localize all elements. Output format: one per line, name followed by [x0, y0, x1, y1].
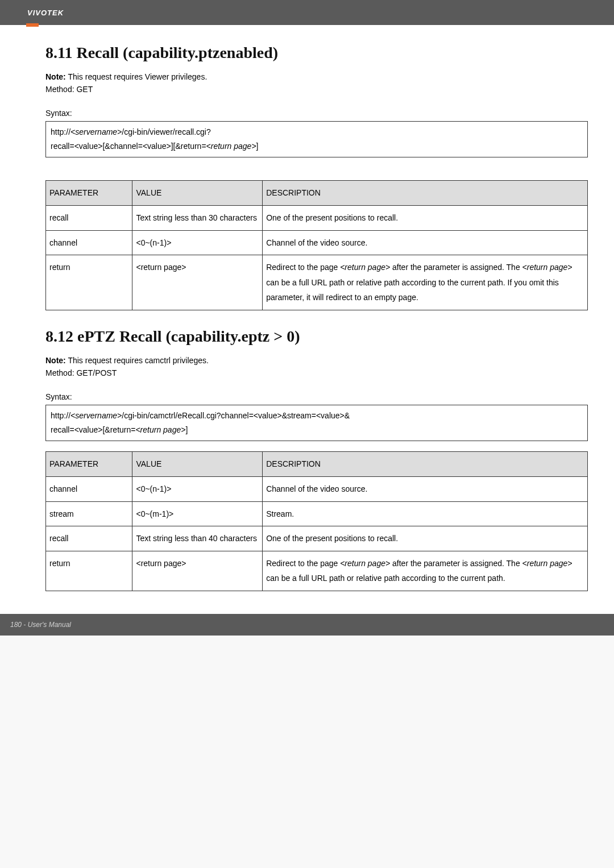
syntax-line2-pre: recall=<value>[&return=: [51, 425, 135, 434]
td-value: Text string less than 30 characters: [132, 205, 263, 230]
td-param: return: [46, 551, 132, 591]
table-row: return <return page> Redirect to the pag…: [46, 551, 588, 591]
table-row: recall Text string less than 40 characte…: [46, 526, 588, 551]
accent-line: [26, 23, 39, 27]
section-title: 8.11 Recall (capability.ptzenabled): [45, 44, 588, 62]
syntax-box: http://<servername>/cgi-bin/camctrl/eRec…: [45, 405, 588, 441]
syntax-line1-pre: http://: [51, 127, 70, 136]
desc-post1: after the parameter is assigned. The: [390, 263, 522, 272]
desc-pre1: Redirect to the page: [266, 263, 340, 272]
syntax-line2-post: ]: [256, 142, 259, 151]
td-value: <0~(n-1)>: [132, 476, 263, 501]
syntax-label: Syntax:: [45, 392, 588, 401]
syntax-box: http://<servername>/cgi-bin/viewer/recal…: [45, 121, 588, 157]
method-line: Method: GET: [45, 85, 588, 94]
desc-rp1: <return page>: [340, 559, 390, 568]
params-table-2: PARAMETER VALUE DESCRIPTION channel <0~(…: [45, 451, 588, 591]
desc-rp2: <return page>: [522, 559, 572, 568]
desc-post2: can be a full URL path or relative path …: [266, 574, 505, 583]
desc-post2: can be a full URL path or relative path …: [266, 278, 559, 302]
note-bold: Note:: [45, 72, 66, 81]
desc-pre1: Redirect to the page: [266, 559, 340, 568]
th-param: PARAMETER: [46, 181, 132, 206]
td-value: <return page>: [132, 255, 263, 310]
td-desc: One of the present positions to recall.: [263, 526, 588, 551]
note-text: This request requires Viewer privileges.: [66, 72, 208, 81]
brand-text: VIVOTEK: [27, 9, 64, 17]
td-value: <return page>: [132, 551, 263, 591]
table-row: channel <0~(n-1)> Channel of the video s…: [46, 230, 588, 255]
td-param: recall: [46, 205, 132, 230]
table-row: recall Text string less than 30 characte…: [46, 205, 588, 230]
table-row: return <return page> Redirect to the pag…: [46, 255, 588, 310]
syntax-label: Syntax:: [45, 109, 588, 118]
td-desc: Channel of the video source.: [263, 230, 588, 255]
note-line: Note: This request requires camctrl priv…: [45, 356, 588, 365]
td-value: <0~(m-1)>: [132, 501, 263, 526]
td-value: <0~(n-1)>: [132, 230, 263, 255]
syntax-line1-post: /cgi-bin/viewer/recall.cgi?: [122, 127, 210, 136]
page-content: 8.11 Recall (capability.ptzenabled) Note…: [0, 44, 614, 614]
syntax-line2-rp: <return page>: [206, 142, 256, 151]
table-header-row: PARAMETER VALUE DESCRIPTION: [46, 181, 588, 206]
td-param: stream: [46, 501, 132, 526]
syntax-line1-post: /cgi-bin/camctrl/eRecall.cgi?channel=<va…: [122, 411, 350, 420]
syntax-line1-srv: <servername>: [70, 127, 122, 136]
note-line: Note: This request requires Viewer privi…: [45, 72, 588, 81]
page-footer: 180 - User's Manual: [0, 614, 614, 636]
th-desc: DESCRIPTION: [263, 181, 588, 206]
td-desc: Redirect to the page <return page> after…: [263, 255, 588, 310]
syntax-line2-rp: <return page>: [135, 425, 185, 434]
td-param: channel: [46, 476, 132, 501]
method-line: Method: GET/POST: [45, 368, 588, 377]
note-text: This request requires camctrl privileges…: [66, 356, 209, 365]
syntax-line2-post: ]: [185, 425, 188, 434]
td-desc: One of the present positions to recall.: [263, 205, 588, 230]
th-value: VALUE: [132, 181, 263, 206]
table-row: stream <0~(m-1)> Stream.: [46, 501, 588, 526]
table-row: channel <0~(n-1)> Channel of the video s…: [46, 476, 588, 501]
td-desc: Stream.: [263, 501, 588, 526]
table-header-row: PARAMETER VALUE DESCRIPTION: [46, 452, 588, 477]
desc-rp1: <return page>: [340, 263, 390, 272]
params-table-1: PARAMETER VALUE DESCRIPTION recall Text …: [45, 180, 588, 310]
page-header: VIVOTEK: [0, 0, 614, 25]
th-value: VALUE: [132, 452, 263, 477]
td-param: recall: [46, 526, 132, 551]
td-param: channel: [46, 230, 132, 255]
syntax-line1-srv: <servername>: [70, 411, 122, 420]
td-desc: Channel of the video source.: [263, 476, 588, 501]
td-desc: Redirect to the page <return page> after…: [263, 551, 588, 591]
section-title: 8.12 ePTZ Recall (capability.eptz > 0): [45, 327, 588, 346]
syntax-line2-pre: recall=<value>[&channel=<value>][&return…: [51, 142, 206, 151]
th-param: PARAMETER: [46, 452, 132, 477]
th-desc: DESCRIPTION: [263, 452, 588, 477]
td-param: return: [46, 255, 132, 310]
syntax-line1-pre: http://: [51, 411, 70, 420]
td-value: Text string less than 40 characters: [132, 526, 263, 551]
note-bold: Note:: [45, 356, 66, 365]
footer-text: 180 - User's Manual: [10, 621, 71, 629]
desc-post1: after the parameter is assigned. The: [390, 559, 522, 568]
desc-rp2: <return page>: [522, 263, 572, 272]
